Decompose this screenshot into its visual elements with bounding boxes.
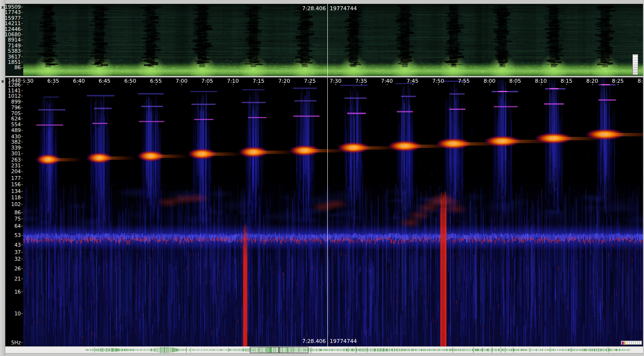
playback-cursor-line bbox=[327, 77, 328, 346]
freq-tick-label: 705 bbox=[11, 111, 21, 116]
time-tick bbox=[387, 84, 387, 85]
freq-tick-label: 899 bbox=[11, 99, 21, 104]
time-tick bbox=[182, 84, 182, 85]
freq-tick-label: 489 bbox=[11, 128, 21, 133]
detail-spectrogram-pane: 1448128611411012899796705624554489430382… bbox=[5, 77, 643, 346]
time-tick bbox=[541, 84, 541, 85]
freq-tick-label: 10680 bbox=[5, 32, 21, 37]
freq-tick-label: 263 bbox=[11, 157, 21, 163]
time-tick bbox=[592, 84, 593, 85]
time-tick bbox=[233, 84, 233, 85]
freq-tick-label: 382 bbox=[11, 139, 21, 145]
time-tick bbox=[464, 84, 464, 85]
freq-tick-label: 204 bbox=[11, 169, 21, 174]
freq-tick-label: 1286 bbox=[8, 82, 21, 88]
overview-view-region-left[interactable] bbox=[250, 347, 279, 353]
spectrogram-viewer-window: x x 195091774315977142111244610680891471… bbox=[0, 0, 644, 356]
freq-tick-label: 26 bbox=[15, 266, 21, 271]
freq-tick-label: 17743 bbox=[5, 10, 21, 15]
cursor-time-value: 7:28.406 bbox=[302, 5, 326, 12]
overview-spectrogram-pane: 1950917743159771421112446106808914714953… bbox=[5, 4, 643, 76]
freq-tick-label: 430 bbox=[11, 134, 21, 139]
freq-tick-label: 134 bbox=[11, 189, 21, 194]
pane-rail: x x bbox=[0, 0, 5, 356]
freq-tick-label: 118 bbox=[11, 195, 21, 200]
freq-tick-label: 14211 bbox=[5, 21, 21, 26]
overview-waveform-canvas[interactable] bbox=[5, 347, 643, 353]
freq-tick-label: 231 bbox=[11, 163, 21, 168]
overview-view-region-right[interactable] bbox=[279, 347, 308, 353]
time-tick bbox=[105, 84, 105, 85]
frequency-axis-main: 1448128611411012899796705624554489430382… bbox=[5, 77, 23, 346]
time-tick bbox=[567, 84, 567, 85]
detail-spectrogram-canvas[interactable] bbox=[23, 77, 643, 346]
freq-tick-label: 5383 bbox=[8, 48, 21, 54]
freq-tick-label: 43 bbox=[15, 242, 21, 248]
freq-tick-label: 1851 bbox=[8, 59, 21, 65]
freq-tick-label: 37 bbox=[15, 250, 21, 255]
freq-tick-label: 86 bbox=[15, 65, 21, 70]
time-tick bbox=[156, 84, 156, 85]
cursor-frame-value: 19774744 bbox=[330, 338, 357, 344]
freq-tick-label: 624 bbox=[11, 116, 21, 121]
time-ruler[interactable]: 6:306:356:406:456:506:557:007:057:107:15… bbox=[23, 77, 643, 85]
time-tick bbox=[361, 84, 362, 85]
freq-tick-label: 102 bbox=[11, 202, 21, 207]
freq-tick-label: 16 bbox=[15, 289, 21, 295]
time-tick bbox=[207, 84, 208, 85]
freq-tick-label: 796 bbox=[11, 105, 21, 110]
playback-cursor-line bbox=[327, 4, 328, 76]
freq-tick-label: 64 bbox=[15, 223, 21, 229]
time-tick bbox=[618, 84, 618, 85]
time-tick bbox=[79, 84, 79, 85]
freq-tick-label: 75 bbox=[15, 216, 21, 222]
vertical-zoom-wheel[interactable] bbox=[632, 54, 638, 75]
time-tick-label: 6:30 bbox=[23, 78, 33, 84]
freq-tick-label: 10 bbox=[15, 311, 21, 316]
freq-tick-label: 21 bbox=[15, 276, 21, 282]
close-pane-main-button[interactable]: x bbox=[0, 78, 5, 84]
time-tick bbox=[53, 84, 54, 85]
time-tick bbox=[259, 84, 259, 85]
freq-tick-label: 12446 bbox=[5, 27, 21, 32]
freq-tick-label: 5Hz bbox=[11, 340, 21, 345]
time-tick bbox=[130, 84, 131, 85]
time-tick bbox=[413, 84, 413, 85]
freq-tick-label: 32 bbox=[15, 256, 21, 262]
freq-tick-label: 3617 bbox=[8, 54, 21, 59]
freq-tick-label: 177 bbox=[11, 176, 21, 181]
freq-tick-label: 86 bbox=[15, 210, 21, 215]
frequency-axis-top: 1950917743159771421112446106808914714953… bbox=[5, 4, 23, 76]
time-tick-label: 8:30 bbox=[638, 78, 643, 84]
time-tick bbox=[310, 84, 310, 85]
freq-tick-label: 15977 bbox=[5, 15, 21, 21]
close-pane-top-button[interactable]: x bbox=[0, 4, 5, 10]
cursor-frame-value: 19774744 bbox=[330, 5, 357, 12]
time-tick bbox=[490, 84, 490, 85]
freq-tick-label: 19509 bbox=[5, 4, 21, 10]
horizontal-zoom-wheel[interactable] bbox=[621, 341, 642, 345]
time-tick bbox=[336, 84, 336, 85]
freq-tick-label: 301 bbox=[11, 151, 21, 156]
freq-tick-label: 1012 bbox=[8, 93, 21, 99]
cursor-time-value: 7:28.406 bbox=[302, 338, 326, 344]
freq-tick-label: 156 bbox=[11, 182, 21, 187]
freq-tick-label: 554 bbox=[11, 122, 21, 127]
freq-tick-label: 7149 bbox=[8, 43, 21, 48]
freq-tick-label: 8914 bbox=[8, 37, 21, 43]
time-tick bbox=[438, 84, 439, 85]
overview-spectrogram-canvas[interactable] bbox=[23, 4, 643, 76]
freq-tick-label: 339 bbox=[11, 145, 21, 150]
waveform-overview-strip[interactable] bbox=[5, 346, 643, 354]
freq-tick-label: 53 bbox=[15, 233, 21, 238]
time-tick bbox=[28, 84, 28, 85]
freq-tick-label: 1141 bbox=[8, 88, 21, 93]
time-tick bbox=[515, 84, 516, 85]
time-tick bbox=[284, 84, 285, 85]
